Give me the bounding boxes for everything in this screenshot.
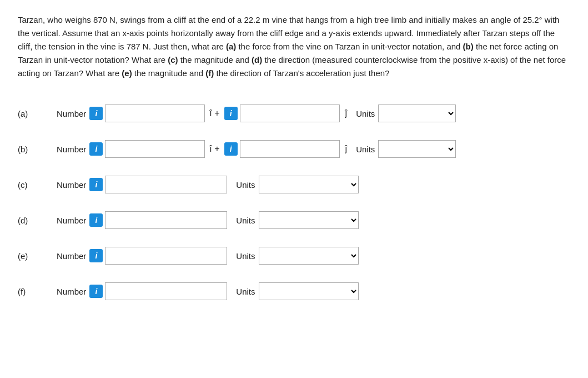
info-btn-b1[interactable]: i (89, 142, 103, 156)
part-label-b: (b) (18, 145, 57, 154)
number-input-a2[interactable] (240, 105, 340, 122)
section-e-units: Units (227, 247, 358, 265)
section-d-number: Number i (57, 211, 227, 229)
part-label-f: (f) (18, 287, 57, 296)
number-input-f[interactable] (105, 282, 227, 300)
units-select-d[interactable] (259, 211, 359, 229)
problem-text: Tarzan, who weighs 870 N, swings from a … (18, 13, 570, 80)
section-f-units: Units (227, 282, 358, 300)
part-row-a: (a) Number i î + i ĵ Units (18, 96, 570, 131)
units-label-b: Units (356, 145, 375, 154)
section-d-units: Units (227, 211, 358, 229)
number-label-c: Number (57, 180, 86, 190)
part-label-e: (e) (18, 251, 57, 261)
section-b-ihat: î + i (205, 140, 339, 158)
units-select-c[interactable] (259, 176, 359, 193)
units-select-f[interactable] (259, 282, 359, 300)
part-row-e: (e) Number i Units (18, 238, 570, 273)
part-label-c: (c) (18, 180, 57, 190)
units-label-e: Units (236, 251, 255, 261)
number-label-f: Number (57, 287, 86, 296)
section-c-number: Number i (57, 176, 227, 193)
units-select-b[interactable] (378, 140, 456, 158)
number-label-b: Number (57, 145, 86, 154)
part-row-b: (b) Number i î + i ĵ Units (18, 131, 570, 167)
part-label-d: (d) (18, 216, 57, 225)
units-select-a[interactable] (378, 105, 456, 122)
units-label-f: Units (236, 287, 255, 296)
number-input-d[interactable] (105, 211, 227, 229)
section-a-number: Number i (57, 105, 205, 122)
jhat-symbol-a: ĵ (345, 108, 348, 118)
info-btn-a2[interactable]: i (224, 107, 238, 120)
number-label-e: Number (57, 251, 86, 261)
number-input-b1[interactable] (105, 140, 205, 158)
part-row-d: (d) Number i Units (18, 202, 570, 238)
info-btn-f[interactable]: i (89, 285, 103, 298)
number-input-e[interactable] (105, 247, 227, 265)
number-label-a: Number (57, 109, 86, 118)
section-e-number: Number i (57, 247, 227, 265)
section-f-number: Number i (57, 282, 227, 300)
info-btn-c[interactable]: i (89, 178, 103, 191)
info-btn-e[interactable]: i (89, 249, 103, 262)
ihat-operator-a: î + (209, 108, 219, 118)
info-btn-b2[interactable]: i (224, 142, 238, 156)
section-a-jhat: ĵ Units (340, 105, 456, 122)
part-label-a: (a) (18, 109, 57, 118)
part-row-c: (c) Number i Units (18, 167, 570, 202)
section-b-number: Number i (57, 140, 205, 158)
number-label-d: Number (57, 216, 86, 225)
number-input-a1[interactable] (105, 105, 205, 122)
parts-container: (a) Number i î + i ĵ Units (b) Number i … (18, 96, 570, 309)
info-btn-d[interactable]: i (89, 213, 103, 227)
section-a-ihat: î + i (205, 105, 339, 122)
section-b-jhat: ĵ Units (340, 140, 456, 158)
section-c-units: Units (227, 176, 358, 193)
units-label-d: Units (236, 216, 255, 225)
number-input-c[interactable] (105, 176, 227, 193)
part-row-f: (f) Number i Units (18, 273, 570, 309)
number-input-b2[interactable] (240, 140, 340, 158)
units-label-a: Units (356, 109, 375, 118)
info-btn-a1[interactable]: i (89, 107, 103, 120)
units-label-c: Units (236, 180, 255, 190)
ihat-operator-b: î + (209, 144, 219, 154)
jhat-symbol-b: ĵ (345, 144, 348, 154)
units-select-e[interactable] (259, 247, 359, 265)
